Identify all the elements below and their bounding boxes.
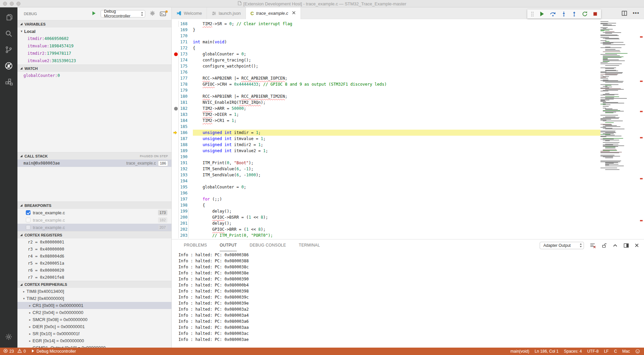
close-window-button[interactable] [3,2,7,6]
code-line[interactable]: 200 GPIOC->BSRR = (1 << 8); [172,214,600,220]
code-line[interactable]: 186 unsigned int itmdir = 1; [172,130,600,136]
peripheral-row[interactable]: ▸TIM8 [0x40013400] [17,288,171,295]
peripheral-register-row[interactable]: ▸SMCR [0x08] = 0x00000000 [17,316,171,323]
code-line[interactable]: 185 [172,124,600,130]
gutter-line-180[interactable]: 180 [172,93,193,99]
activity-source-control-icon[interactable] [0,42,17,58]
code-editor[interactable]: 168 TIM2->SR = 0; // Clear interrupt fla… [172,19,644,239]
gutter-line-191[interactable]: 191 [172,160,193,166]
code-line[interactable]: 188 unsigned int itmdir2 = 1; [172,142,600,148]
gutter-line-177[interactable]: 177 [172,75,193,81]
breakpoint-checkbox[interactable] [26,225,31,230]
debug-target-status-item[interactable]: Debug Microcontroller [31,349,76,354]
code-line[interactable]: 203 // ITM_Print(0, "PORT0"); [172,232,600,238]
output-log[interactable]: Info : halted: PC: 0x08000386Info : halt… [172,251,644,348]
restart-button[interactable] [582,11,588,17]
debug-console-toggle-icon[interactable] [160,11,166,16]
problems-status-item[interactable]: 23 0 [3,349,26,354]
gutter-line-183[interactable]: 183 [172,112,193,118]
variable-row[interactable]: itmdir2: 1799478117 [17,50,171,57]
status-item-utf-8[interactable]: UTF-8 [587,349,599,354]
variable-row[interactable]: itmdir: 4066950602 [17,35,171,42]
code-line[interactable]: 174 configure_tracing(); [172,57,600,63]
call-stack-frame[interactable]: main@0x080003aetrace_example.c186 [17,160,171,167]
code-line[interactable]: 194 [172,178,600,184]
activity-files-icon[interactable] [0,9,17,26]
code-line[interactable]: 176 [172,69,600,75]
status-item-c[interactable]: C [614,349,617,354]
peripheral-register-row[interactable]: ▸CCMR1_Output [0x18] = 0x00000000 [17,344,171,348]
gutter-line-188[interactable]: 188 [172,142,193,148]
register-row[interactable]: r7 = 0x20001fe8 [17,274,171,281]
section-header-breakpoints[interactable]: BREAKPOINTS [17,202,171,209]
output-channel-select[interactable]: Adapter Output [540,242,584,249]
register-row[interactable]: r6 = 0x00000020 [17,267,171,274]
code-line[interactable]: 197 for (;;) [172,196,600,202]
register-row[interactable]: r5 = 0x2000051a [17,260,171,267]
split-panel-icon[interactable] [624,243,629,248]
register-row[interactable]: r3 = 0x40000000 [17,246,171,253]
panel-tab-output[interactable]: OUTPUT [220,239,237,251]
step-out-button[interactable] [572,11,577,17]
split-editor-icon[interactable] [622,10,627,16]
step-over-button[interactable] [550,11,556,17]
gutter-line-197[interactable]: 197 [172,196,193,202]
activity-search-icon[interactable] [0,26,17,42]
activity-extensions-icon[interactable] [0,74,17,90]
gutter-line-189[interactable]: 189 [172,148,193,154]
code-line[interactable]: 184 TIM2->CR1 = 1; [172,118,600,124]
variable-row[interactable]: itmvalue: 1898457419 [17,42,171,50]
code-line[interactable]: 179 [172,87,600,93]
register-row[interactable]: r2 = 0x00000001 [17,238,171,246]
stop-button[interactable] [593,11,598,16]
grip-icon[interactable] [531,11,534,17]
gutter-line-203[interactable]: 203 [172,232,193,238]
code-line[interactable]: 202 GPIOC->BRR = (1 << 8); [172,226,600,232]
gutter-line-178[interactable]: 178 [172,81,193,87]
code-line[interactable]: 189 unsigned int itmvalue2 = 1; [172,148,600,154]
gutter-line-195[interactable]: 195 [172,184,193,190]
panel-tab-debug-console[interactable]: DEBUG CONSOLE [250,239,286,251]
minimap[interactable] [600,19,634,239]
zoom-window-button[interactable] [16,2,20,6]
gutter-line-182[interactable]: 182 [172,105,193,112]
breakpoint-row[interactable]: trace_example.c182 [17,216,171,224]
code-line[interactable]: 175 configure_watchpoint(); [172,63,600,69]
gutter-line-187[interactable]: 187 [172,136,193,142]
gutter-line-198[interactable]: 198 [172,202,193,208]
code-line[interactable]: 168 TIM2->SR = 0; // Clear interrupt fla… [172,21,600,27]
variables-scope-row[interactable]: ▾Local [17,28,171,35]
code-line[interactable]: 193 ITM_SendValue(6, -1000); [172,172,600,178]
gutter-line-201[interactable]: 201 [172,220,193,226]
panel-tab-problems[interactable]: PROBLEMS [184,239,207,251]
gutter-line-168[interactable]: 168 [172,21,193,27]
gutter-line-202[interactable]: 202 [172,226,193,232]
code-line[interactable]: 169} [172,27,600,33]
code-line[interactable]: 199 delay(); [172,208,600,214]
code-line[interactable]: 178 GPIOC->CRH = 0x44444433; // GPIOC 8 … [172,81,600,87]
tab-launch-json[interactable]: launch.json [207,7,246,19]
register-row[interactable]: r4 = 0x080004d6 [17,253,171,260]
gutter-line-185[interactable]: 185 [172,124,193,130]
chevron-up-icon[interactable] [612,243,618,248]
code-line[interactable]: 191 ITM_Print(0, "Boot"); [172,160,600,166]
tab-trace_example-c[interactable]: Ctrace_example.c [246,7,301,19]
gutter-line-172[interactable]: 172 [172,45,193,51]
code-line[interactable]: 195 globalCounter = 0; [172,184,600,190]
configure-gear-icon[interactable] [150,10,155,17]
gutter-line-176[interactable]: 176 [172,69,193,75]
breakpoint-checkbox[interactable] [26,210,31,215]
breakpoint-row[interactable]: trace_example.c207 [17,224,171,231]
gutter-line-170[interactable]: 170 [172,33,193,39]
watch-row[interactable]: globalCounter: 0 [17,72,171,79]
start-debug-button[interactable] [91,11,96,17]
code-line[interactable]: 196 [172,190,600,196]
close-panel-icon[interactable] [635,243,639,248]
peripheral-register-row[interactable]: ▸DIER [0x0c] = 0x00000001 [17,323,171,330]
code-line[interactable]: 192 ITM_SendValue(6, -1); [172,166,600,172]
section-header-cortex-registers[interactable]: CORTEX REGISTERS [17,231,171,238]
activity-debug-icon[interactable] [0,58,17,74]
gutter-line-173[interactable]: 173 [172,51,193,57]
peripheral-register-row[interactable]: ▸EGR [0x14] = 0x00000000 [17,337,171,344]
status-item-lf[interactable]: LF [604,349,609,354]
